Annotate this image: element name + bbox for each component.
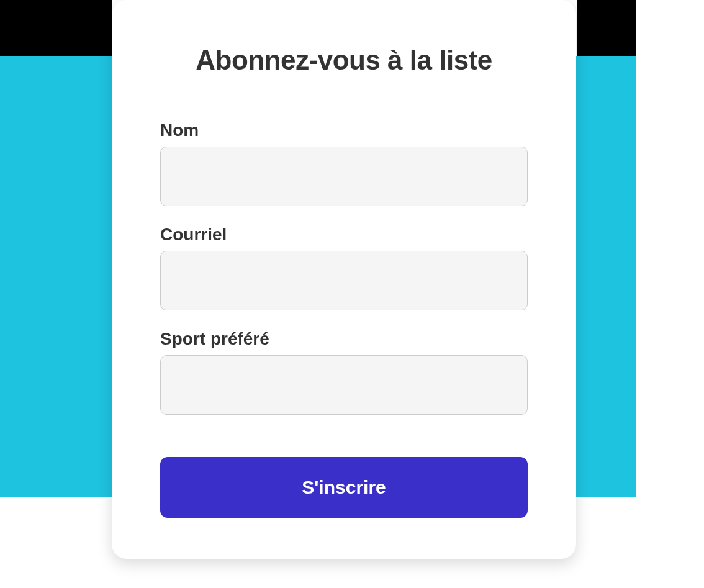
name-input[interactable] <box>160 147 528 206</box>
email-input[interactable] <box>160 251 528 310</box>
submit-button[interactable]: S'inscrire <box>160 457 528 518</box>
sport-field-group: Sport préféré <box>160 329 528 415</box>
sport-label: Sport préféré <box>160 329 528 349</box>
background-black-right <box>577 0 636 56</box>
name-label: Nom <box>160 120 528 140</box>
sport-input[interactable] <box>160 355 528 415</box>
email-label: Courriel <box>160 225 528 245</box>
name-field-group: Nom <box>160 120 528 206</box>
email-field-group: Courriel <box>160 225 528 310</box>
background-black-left <box>0 0 112 56</box>
signup-form-card: Abonnez-vous à la liste Nom Courriel Spo… <box>112 0 576 559</box>
form-title: Abonnez-vous à la liste <box>160 45 528 76</box>
